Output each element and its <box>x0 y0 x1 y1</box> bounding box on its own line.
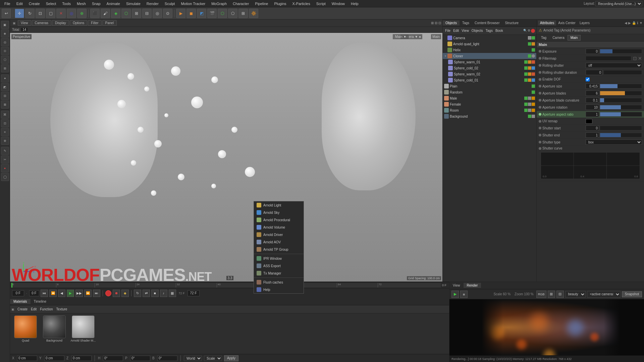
t17[interactable]: ⊞ <box>238 9 248 18</box>
menu-window[interactable]: Window <box>329 1 347 6</box>
sidebar-icon-6[interactable]: ⊞ <box>1 64 9 72</box>
aperture-rotation-slider[interactable] <box>600 105 642 110</box>
arnold-tab-main[interactable]: Main <box>568 35 581 41</box>
z-pos-input[interactable] <box>71 356 92 361</box>
t13[interactable]: ◩ <box>197 9 206 18</box>
skip-start-btn[interactable]: ⏮ <box>41 290 48 297</box>
t9[interactable]: ◎ <box>153 9 162 18</box>
menu-animate[interactable]: Animate <box>104 1 123 6</box>
sidebar-icon-5[interactable]: ⬡ <box>1 56 9 64</box>
obj-row-camera[interactable]: Camera <box>443 35 536 41</box>
world-dropdown[interactable]: World <box>184 356 202 361</box>
rsd-slider[interactable] <box>603 70 642 75</box>
record-btn[interactable] <box>105 290 111 296</box>
cube-tool[interactable]: ⬛ <box>90 9 100 18</box>
tab-tags[interactable]: Tags <box>460 20 472 25</box>
t15[interactable]: ⬡ <box>218 9 227 18</box>
t14[interactable]: 🎬 <box>207 9 217 18</box>
attr-value-uv-remap[interactable] <box>586 119 642 124</box>
layout-selector[interactable]: Recording Arnold (Use...) <box>595 1 642 6</box>
ctx-arnold-light[interactable]: Arnold Light <box>254 201 304 209</box>
render-snapshot-btn[interactable]: Snapshot <box>622 291 642 297</box>
t2[interactable]: ◎ <box>67 9 76 18</box>
mats-edit-btn[interactable]: Edit <box>30 307 38 311</box>
render-display-dropdown[interactable]: beauty <box>565 291 586 298</box>
ctx-arnold-sky[interactable]: Arnold Sky <box>254 209 304 216</box>
objects-edit-btn[interactable]: Edit <box>452 28 460 33</box>
shutter-end-input[interactable] <box>586 132 599 138</box>
uv-remap-color[interactable] <box>586 119 592 124</box>
aperture-blades-slider[interactable] <box>600 91 642 96</box>
attr-value-dof[interactable] <box>586 77 642 81</box>
tab-render[interactable]: Render <box>464 283 481 288</box>
aperture-aspect-input[interactable] <box>586 112 599 117</box>
obj-row-quad-light[interactable]: Arnold quad_light <box>443 41 536 47</box>
p-input[interactable] <box>130 356 150 361</box>
objects-view-btn[interactable]: View <box>461 28 470 33</box>
viewport-tab-display[interactable]: Display <box>52 20 69 26</box>
undo-btn[interactable]: ↩ <box>2 9 11 18</box>
sound-btn[interactable]: ♪ <box>160 290 167 297</box>
aperture-rotation-input[interactable] <box>586 105 599 110</box>
move-tool[interactable]: ✛ <box>15 9 24 18</box>
attr-value-aperture-size[interactable] <box>586 83 642 89</box>
attr-value-aperture-aspect[interactable] <box>586 112 642 117</box>
objects-book-btn[interactable]: Book <box>494 28 504 33</box>
aperture-curve-slider[interactable] <box>600 98 642 103</box>
objects-search-btn[interactable]: 🔍 <box>523 29 527 33</box>
viewport-3d[interactable]: Perspective Camera ▼ ● Main Grid Spacing… <box>10 33 442 282</box>
shutter-curve-graph[interactable]: 0.0 0.4 0.8 <box>541 152 640 179</box>
attr-value-aperture-rotation[interactable] <box>586 105 642 110</box>
viewport-tab-filter[interactable]: Filter <box>88 20 101 26</box>
shutter-start-slider[interactable] <box>600 126 642 130</box>
autokey-btn[interactable]: ⏺ <box>113 290 120 297</box>
tab-timeline[interactable]: Timeline <box>31 299 50 304</box>
mats-create-btn[interactable]: Create <box>16 307 29 311</box>
tab-structure[interactable]: Structure <box>502 20 522 25</box>
menu-select[interactable]: Select <box>43 1 59 6</box>
ctx-arnold-tp-group[interactable]: Arnold TP Group <box>254 246 304 253</box>
menu-edit[interactable]: Edit <box>14 1 25 6</box>
t16[interactable]: ⬠ <box>228 9 237 18</box>
material-background[interactable]: Background <box>41 315 68 342</box>
exposure-input[interactable] <box>586 49 599 54</box>
loop-btn[interactable]: ↻ <box>134 290 141 297</box>
menu-create[interactable]: Create <box>26 1 43 6</box>
obj-row-male[interactable]: Male <box>443 95 536 101</box>
attr-back-btn[interactable]: ◀ <box>625 21 627 25</box>
obj-row-sphere-warm01[interactable]: Sphere_warm_01 <box>443 59 536 65</box>
scale-tool[interactable]: ⊡ <box>36 9 45 18</box>
t7[interactable]: ⊞ <box>132 9 141 18</box>
y-pos-input[interactable] <box>44 356 64 361</box>
mats-texture-btn[interactable]: Texture <box>55 307 68 311</box>
aperture-size-slider[interactable] <box>600 84 642 88</box>
sidebar-icon-15[interactable]: ✎ <box>1 147 9 155</box>
render-layout-btn1[interactable]: ⊞ <box>548 291 555 298</box>
material-arnold-shader[interactable]: Arnold Shader M... <box>70 315 97 342</box>
sidebar-icon-16[interactable]: ✂ <box>1 156 9 164</box>
next-frame-btn[interactable]: ⏩ <box>84 290 92 297</box>
play-btn[interactable]: ▶ <box>67 290 74 297</box>
play-reverse-btn[interactable]: ◀ <box>58 290 65 297</box>
render-play-btn[interactable]: ▶ <box>451 291 459 298</box>
ctx-arnold-procedural[interactable]: Arnold Procedural <box>254 216 304 224</box>
attr-value-rsd[interactable] <box>586 70 642 75</box>
obj-row-helix[interactable]: Helix <box>443 47 536 53</box>
viewport-tab-panel[interactable]: Panel <box>102 20 117 26</box>
exposure-slider[interactable] <box>600 49 642 54</box>
ctx-arnold-aov[interactable]: Arnold AOV <box>254 238 304 246</box>
rolling-shutter-dropdown[interactable]: off on <box>586 63 642 68</box>
ctx-help[interactable]: Help <box>254 286 304 293</box>
apply-button[interactable]: Apply <box>224 355 238 361</box>
attr-value-shutter-start[interactable] <box>586 125 642 131</box>
playhead[interactable] <box>11 283 12 288</box>
obj-row-sphere-warm02[interactable]: Sphere_warm_02 <box>443 71 536 77</box>
t6[interactable]: ⬡ <box>121 9 131 18</box>
menu-snap[interactable]: Snap <box>89 1 103 6</box>
attr-lock-btn[interactable]: 🔒 <box>632 21 636 25</box>
obj-row-cloner[interactable]: ▼ Cloner <box>443 53 536 59</box>
render-stop-btn[interactable]: ■ <box>460 291 468 298</box>
menu-simulate[interactable]: Simulate <box>123 1 143 6</box>
timeline-ruler[interactable]: 0 8 16 24 32 40 48 56 64 72 <box>11 283 441 288</box>
menu-mograph[interactable]: MoGraph <box>209 1 229 6</box>
